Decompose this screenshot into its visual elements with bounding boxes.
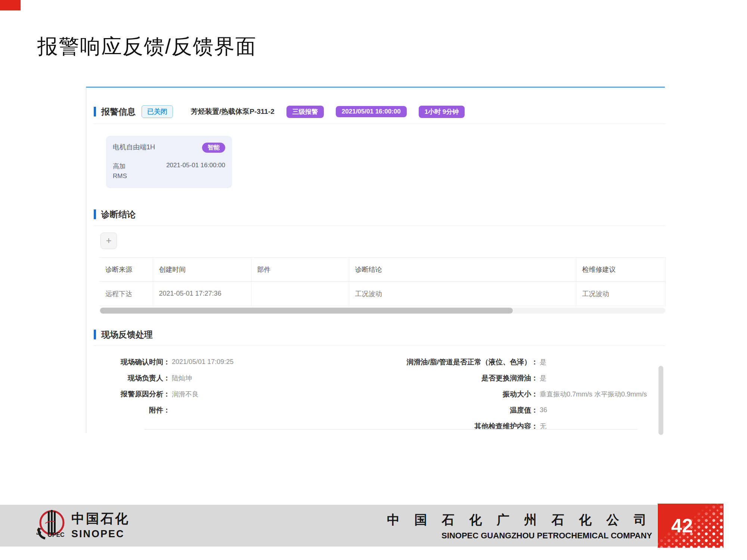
alarm-duration-badge: 1小时 9分钟 [419,106,465,118]
field-lubrication-normal: 润滑油/脂/管道是否正常（液位、色泽）： 是 [355,354,665,370]
field-label: 振动大小： [355,389,538,399]
table-row[interactable]: 远程下达 2021-05-01 17:27:36 工况波动 工况波动 [99,281,665,306]
company-name-block: 中 国 石 化 广 州 石 化 公 司 SINOPEC GUANGZHOU PE… [387,511,652,541]
section-accent-bar [94,330,96,339]
divider [94,124,665,124]
footer-bar: S OPEC 中国石化 SINOPEC 中 国 石 化 广 州 石 化 公 司 … [0,505,657,547]
field-label: 附件： [94,405,170,415]
column-header-source: 诊断来源 [99,258,153,281]
smart-tag-badge: 智能 [202,143,225,153]
feedback-fields-left: 现场确认时间： 2021/05/01 17:09:25 现场负责人： 陆灿坤 报… [94,354,355,434]
field-confirm-time: 现场确认时间： 2021/05/01 17:09:25 [94,354,355,370]
horizontal-scrollbar-track[interactable] [99,308,665,314]
feedback-header: 现场反馈处理 [94,329,665,340]
diagnosis-header: 诊断结论 [94,208,665,220]
feedback-fields-right: 润滑油/脂/管道是否正常（液位、色泽）： 是 是否更换润滑油： 是 振动大小： … [355,354,665,434]
page-number: 42 [658,504,706,548]
feedback-title: 现场反馈处理 [101,329,153,340]
field-value: 陆灿坤 [172,374,192,383]
diagnosis-title: 诊断结论 [101,209,136,220]
logo-text-cn: 中国石化 [71,510,130,528]
sinopec-logo-icon: S OPEC [35,508,66,541]
divider [94,345,665,346]
svg-text:S: S [36,526,41,537]
field-label: 是否更换润滑油： [355,373,538,383]
cell-maintenance-advice: 工况波动 [576,281,665,306]
alarm-info-header: 报警信息 已关闭 芳烃装置/热载体泵P-311-2 三级报警 2021/05/0… [94,105,665,118]
device-name: 芳烃装置/热载体泵P-311-2 [191,107,275,116]
cell-conclusion: 工况波动 [349,281,576,306]
field-site-responsible: 现场负责人： 陆灿坤 [94,370,355,386]
field-value: 润滑不良 [172,390,199,399]
field-label: 现场确认时间： [94,357,170,367]
field-label: 现场负责人： [94,373,170,383]
svg-text:OPEC: OPEC [47,532,65,538]
section-accent-bar [94,209,96,219]
field-alarm-cause: 报警原因分析： 润滑不良 [94,386,355,402]
field-label: 报警原因分析： [94,389,170,399]
logo-text-en: SINOPEC [71,528,130,540]
measuring-point-name: 电机自由端1H [113,143,155,152]
sinopec-logo: S OPEC 中国石化 SINOPEC [35,508,130,541]
alarm-type: 高加 [113,162,127,171]
column-header-maintenance-advice: 检维修建议 [576,258,665,281]
alarm-metric: RMS [113,171,127,181]
alarm-level-badge: 三级报警 [286,106,324,118]
company-name-en: SINOPEC GUANGZHOU PETROCHEMICAL COMPANY [387,531,652,541]
alarm-time-badge: 2021/05/01 16:00:00 [336,106,407,117]
divider [144,429,637,430]
field-attachment: 附件： [94,402,355,418]
field-label: 温度值： [355,405,538,415]
field-value: 是 [540,358,546,367]
alarm-info-title: 报警信息 [101,106,136,118]
page-title: 报警响应反馈/反馈界面 [37,33,257,60]
field-oil-changed: 是否更换润滑油： 是 [355,370,665,386]
field-temperature: 温度值： 36 [355,402,665,418]
slide: 报警响应反馈/反馈界面 报警信息 已关闭 芳烃装置/热载体泵P-311-2 三级… [0,0,747,560]
status-badge-closed: 已关闭 [142,105,173,118]
corner-flag-decoration [0,0,21,10]
field-value: 2021/05/01 17:09:25 [172,358,233,366]
horizontal-scrollbar-thumb[interactable] [100,308,513,314]
column-header-component: 部件 [251,258,349,281]
alarm-type-and-metric: 高加 RMS [113,162,127,181]
feedback-fields: 现场确认时间： 2021/05/01 17:09:25 现场负责人： 陆灿坤 报… [94,354,665,434]
add-diagnosis-button[interactable]: + [100,233,117,249]
field-value: 36 [540,406,547,414]
measuring-point-card[interactable]: 电机自由端1H 智能 高加 RMS 2021-05-01 16:00:00 [106,136,232,188]
field-value: 垂直振动0.7mm/s 水平振动0.9mm/s [540,390,647,399]
cell-component [251,281,349,306]
field-value: 是 [540,374,546,383]
company-name-cn: 中 国 石 化 广 州 石 化 公 司 [387,511,652,529]
sinopec-logo-text: 中国石化 SINOPEC [71,510,130,540]
field-other-maintenance: 其他检查维护内容： 无 [355,418,665,434]
section-accent-bar [94,107,96,116]
diagnosis-table: 诊断来源 创建时间 部件 诊断结论 检维修建议 远程下达 2021-05-01 … [99,257,666,306]
cell-source: 远程下达 [99,281,153,306]
column-header-create-time: 创建时间 [153,258,251,281]
alarm-card-time: 2021-05-01 16:00:00 [166,162,225,181]
alarm-feedback-panel: 报警信息 已关闭 芳烃装置/热载体泵P-311-2 三级报警 2021/05/0… [86,87,665,433]
field-vibration: 振动大小： 垂直振动0.7mm/s 水平振动0.9mm/s [355,386,665,402]
field-label: 润滑油/脂/管道是否正常（液位、色泽）： [355,357,538,367]
cell-create-time: 2021-05-01 17:27:36 [153,281,251,306]
vertical-scrollbar-thumb[interactable] [658,366,663,435]
table-header-row: 诊断来源 创建时间 部件 诊断结论 检维修建议 [99,258,665,281]
divider [94,225,665,226]
page-number-block: 42 [658,504,723,548]
column-header-conclusion: 诊断结论 [349,258,576,281]
